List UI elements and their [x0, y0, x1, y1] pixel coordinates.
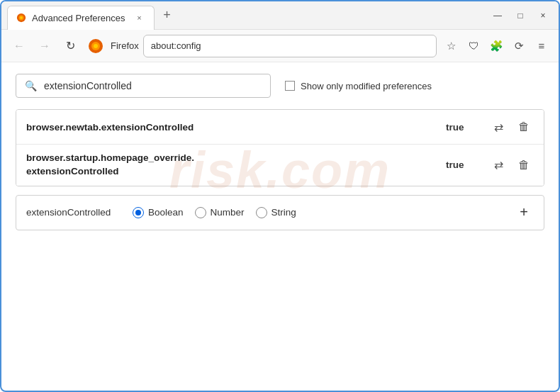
navigation-bar: ← → ↻ Firefox about:config ☆ 🛡 🧩 ⟳ ≡: [1, 30, 559, 62]
delete-button-1[interactable]: 🗑: [514, 117, 534, 137]
radio-boolean[interactable]: Boolean: [133, 207, 184, 218]
row-actions-1: ⇄ 🗑: [488, 117, 534, 137]
radio-string-circle: [256, 207, 267, 218]
pref-value-1: true: [446, 122, 488, 133]
table-row[interactable]: browser.newtab.extensionControlled true …: [16, 110, 544, 145]
radio-number-circle: [195, 207, 206, 218]
maximize-button[interactable]: □: [510, 6, 530, 26]
radio-boolean-circle: [133, 207, 144, 218]
url-text: about:config: [151, 40, 201, 51]
firefox-label: Firefox: [111, 40, 139, 51]
search-box[interactable]: 🔍: [16, 74, 271, 98]
content-wrapper: 🔍 Show only modified preferences browser…: [1, 62, 559, 242]
add-pref-row: extensionControlled Boolean Number Strin…: [16, 195, 544, 230]
pref-value-2: true: [446, 159, 488, 170]
radio-group: Boolean Number String: [133, 207, 500, 218]
browser-tab[interactable]: Advanced Preferences ×: [7, 6, 155, 30]
title-bar: Advanced Preferences × + — □ ×: [1, 1, 559, 30]
svg-point-5: [94, 44, 98, 48]
show-modified-checkbox[interactable]: [285, 81, 295, 91]
pref-name-2-line2: extensionControlled: [26, 166, 119, 177]
back-button[interactable]: ←: [9, 35, 30, 57]
show-modified-row: Show only modified preferences: [285, 81, 432, 91]
search-bar-row: 🔍 Show only modified preferences: [16, 74, 544, 98]
delete-button-2[interactable]: 🗑: [514, 155, 534, 175]
table-row[interactable]: browser.startup.homepage_override. exten…: [16, 145, 544, 186]
nav-icons: ☆ 🛡 🧩 ⟳ ≡: [441, 36, 551, 56]
toggle-button-2[interactable]: ⇄: [488, 155, 508, 175]
content-area: 🔍 Show only modified preferences browser…: [1, 62, 559, 242]
tab-label: Advanced Preferences: [32, 13, 125, 23]
row-actions-2: ⇄ 🗑: [488, 155, 534, 175]
toggle-button-1[interactable]: ⇄: [488, 117, 508, 137]
new-tab-button[interactable]: +: [157, 6, 177, 26]
shield-icon[interactable]: 🛡: [464, 36, 483, 56]
svg-point-2: [20, 16, 23, 19]
bookmark-icon[interactable]: ☆: [441, 36, 461, 56]
radio-number-label: Number: [211, 207, 245, 218]
menu-icon[interactable]: ≡: [532, 36, 551, 56]
sync-icon[interactable]: ⟳: [509, 36, 529, 56]
forward-button[interactable]: →: [34, 35, 55, 57]
results-table: browser.newtab.extensionControlled true …: [16, 109, 544, 186]
search-icon: 🔍: [25, 80, 37, 91]
radio-boolean-label: Boolean: [148, 207, 184, 218]
show-modified-label: Show only modified preferences: [301, 81, 432, 91]
search-input[interactable]: [44, 80, 262, 91]
radio-string[interactable]: String: [256, 207, 296, 218]
extension-icon[interactable]: 🧩: [486, 36, 506, 56]
window-controls: — □ ×: [482, 6, 553, 26]
firefox-logo-icon: [88, 38, 103, 54]
pref-name-1: browser.newtab.extensionControlled: [26, 122, 446, 133]
pref-name-2-line1: browser.startup.homepage_override.: [26, 152, 194, 163]
refresh-button[interactable]: ↻: [60, 35, 81, 57]
radio-string-label: String: [271, 207, 296, 218]
url-bar[interactable]: about:config: [143, 35, 437, 57]
tab-close-button[interactable]: ×: [134, 12, 145, 23]
radio-number[interactable]: Number: [195, 207, 245, 218]
tab-strip: Advanced Preferences × +: [7, 1, 482, 29]
minimize-button[interactable]: —: [488, 6, 508, 26]
pref-name-2: browser.startup.homepage_override. exten…: [26, 152, 446, 179]
close-window-button[interactable]: ×: [533, 6, 553, 26]
new-pref-name: extensionControlled: [26, 207, 118, 218]
tab-favicon-icon: [16, 13, 26, 23]
add-button[interactable]: +: [514, 203, 534, 223]
